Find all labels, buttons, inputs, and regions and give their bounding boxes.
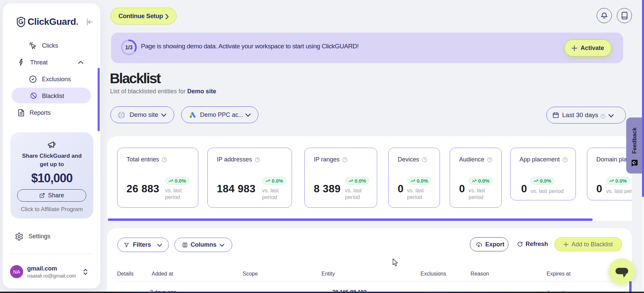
- svg-text:1/3: 1/3: [125, 45, 133, 50]
